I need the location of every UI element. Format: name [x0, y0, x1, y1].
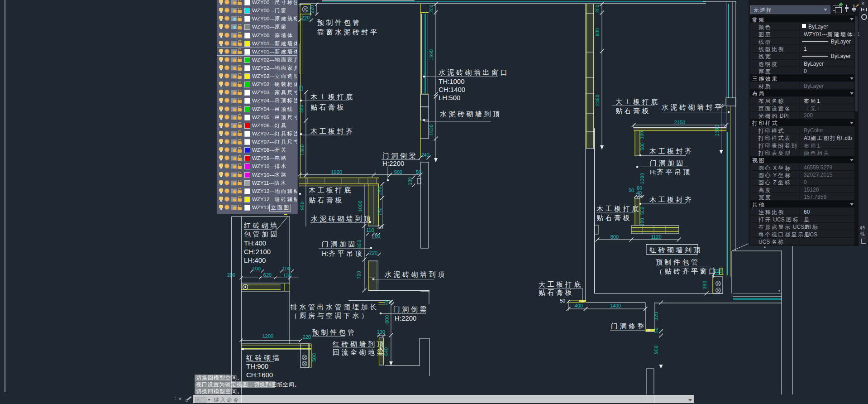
svg-text:1000: 1000 [639, 173, 645, 184]
svg-text:门洞倒梁: 门洞倒梁 [393, 305, 429, 313]
svg-text:水泥砖砌墙出窗口: 水泥砖砌墙出窗口 [439, 68, 509, 76]
svg-text:贴石膏板: 贴石膏板 [596, 214, 632, 221]
svg-text:1530: 1530 [429, 124, 434, 135]
svg-text:门洞加固: 门洞加固 [322, 240, 357, 248]
svg-text:200: 200 [429, 5, 434, 13]
svg-text:800: 800 [357, 240, 362, 248]
svg-text:LH:400: LH:400 [244, 256, 266, 264]
svg-text:门洞倒梁: 门洞倒梁 [382, 152, 418, 159]
svg-text:CH:1400: CH:1400 [439, 86, 465, 93]
svg-text:380: 380 [702, 280, 707, 289]
svg-text:640: 640 [383, 347, 389, 356]
svg-text:1380: 1380 [714, 125, 720, 136]
svg-text:水泥砖砌墙到顶: 水泥砖砌墙到顶 [311, 215, 373, 222]
svg-text:红砖砌墙到顶: 红砖砌墙到顶 [332, 340, 386, 348]
svg-text:50: 50 [654, 327, 659, 333]
svg-text:水泥砖砌墙到顶: 水泥砖砌墙到顶 [385, 270, 447, 278]
svg-text:100: 100 [639, 131, 644, 139]
svg-text:400: 400 [575, 303, 583, 308]
svg-text:220: 220 [301, 15, 310, 20]
svg-text:贴石膏板: 贴石膏板 [309, 196, 344, 204]
svg-text:1000: 1000 [358, 200, 363, 212]
svg-text:（厨房与空调下水）: （厨房与空调下水） [291, 312, 370, 319]
svg-text:木工板封齐: 木工板封齐 [649, 196, 694, 203]
svg-text:H:齐平吊顶: H:齐平吊顶 [650, 168, 692, 176]
svg-text:红砖砌墙: 红砖砌墙 [243, 221, 279, 229]
svg-text:130: 130 [408, 177, 413, 185]
svg-text:1990: 1990 [429, 49, 434, 60]
svg-text:TH:400: TH:400 [244, 239, 266, 247]
svg-text:贴石膏板: 贴石膏板 [539, 289, 574, 296]
svg-text:200: 200 [595, 5, 600, 13]
svg-text:大工板打底: 大工板打底 [615, 98, 660, 106]
svg-text:切换回模型空间。: 切换回模型空间。 [196, 388, 243, 394]
svg-text:500: 500 [311, 353, 317, 361]
svg-text:红砖砌墙到顶: 红砖砌墙到顶 [649, 246, 702, 254]
svg-text:门洞修整: 门洞修整 [611, 322, 646, 330]
svg-text:木工板打底: 木工板打底 [596, 205, 641, 212]
svg-text:130: 130 [377, 329, 385, 335]
svg-text:贴石膏板: 贴石膏板 [615, 107, 651, 115]
svg-text:木工板封齐: 木工板封齐 [649, 147, 694, 155]
svg-text:1400: 1400 [610, 303, 621, 308]
svg-text:1200: 1200 [262, 333, 273, 339]
svg-text:50: 50 [629, 188, 634, 193]
svg-text:350: 350 [299, 105, 304, 113]
svg-text:大工板打底: 大工板打底 [539, 280, 583, 288]
svg-text:500: 500 [640, 142, 645, 150]
svg-text:60: 60 [384, 299, 389, 305]
svg-text:800: 800 [384, 315, 390, 323]
svg-text:预制件包管: 预制件包管 [656, 258, 700, 266]
svg-text:1920: 1920 [331, 169, 342, 175]
svg-text:排水管出水管预埋加长: 排水管出水管预埋加长 [290, 303, 379, 311]
svg-text:220: 220 [369, 250, 377, 255]
svg-text:H:2200: H:2200 [395, 314, 416, 322]
svg-text:1120: 1120 [651, 234, 662, 240]
svg-text:靠窗水泥砖封平: 靠窗水泥砖封平 [317, 28, 379, 36]
svg-text:40: 40 [636, 190, 642, 196]
svg-text:900: 900 [653, 345, 659, 354]
svg-text:H:2200: H:2200 [382, 159, 404, 167]
svg-text:320: 320 [653, 312, 659, 320]
svg-text:木工板打底: 木工板打底 [309, 186, 353, 194]
svg-text:CH:2100: CH:2100 [244, 248, 271, 255]
svg-text:视口设置为锁定视图，切换到图纸空间。: 视口设置为锁定视图，切换到图纸空间。 [196, 381, 300, 388]
svg-text:700: 700 [357, 271, 362, 279]
svg-text:220: 220 [714, 268, 722, 274]
svg-text:包管加固: 包管加固 [244, 230, 279, 238]
svg-text:2380: 2380 [595, 94, 600, 106]
svg-text:200: 200 [227, 272, 235, 278]
svg-text:贴石膏板: 贴石膏板 [310, 103, 346, 111]
svg-text:620: 620 [263, 272, 272, 278]
svg-text:800: 800 [610, 234, 619, 240]
svg-text:TH:900: TH:900 [246, 362, 268, 370]
svg-text:1360: 1360 [300, 144, 305, 155]
svg-text:切换回模型空间。: 切换回模型空间。 [196, 375, 243, 381]
svg-text:220: 220 [310, 5, 315, 13]
svg-text:50: 50 [416, 169, 421, 175]
svg-text:预制件包管: 预制件包管 [312, 328, 357, 336]
svg-text:100: 100 [282, 266, 291, 271]
svg-text:900: 900 [394, 169, 402, 175]
svg-text:水泥砖砌墙到顶: 水泥砖砌墙到顶 [440, 110, 502, 118]
svg-text:110: 110 [366, 227, 374, 233]
svg-text:100: 100 [640, 218, 645, 226]
svg-text:50: 50 [560, 298, 565, 303]
svg-text:木工板打底: 木工板打底 [310, 93, 355, 101]
svg-text:60: 60 [375, 233, 380, 239]
svg-text:预制件包管: 预制件包管 [317, 19, 362, 26]
svg-text:LH:500: LH:500 [439, 94, 460, 101]
svg-text:220: 220 [303, 334, 311, 340]
svg-text:100: 100 [253, 266, 261, 271]
svg-text:2150: 2150 [674, 120, 685, 125]
svg-text:红砖砌墙: 红砖砌墙 [246, 354, 281, 361]
svg-text:TH:1000: TH:1000 [439, 77, 465, 85]
svg-text:800: 800 [595, 28, 600, 36]
svg-text:门洞加固: 门洞加固 [650, 159, 685, 167]
svg-text:240: 240 [421, 152, 429, 158]
svg-text:回流全砌地梁: 回流全砌地梁 [333, 348, 386, 356]
svg-text:CH:1600: CH:1600 [246, 371, 273, 379]
svg-text:水泥砖砌墙封平: 水泥砖砌墙封平 [662, 103, 724, 111]
svg-text:木工板封齐: 木工板封齐 [310, 127, 355, 135]
svg-text:950: 950 [300, 201, 305, 210]
